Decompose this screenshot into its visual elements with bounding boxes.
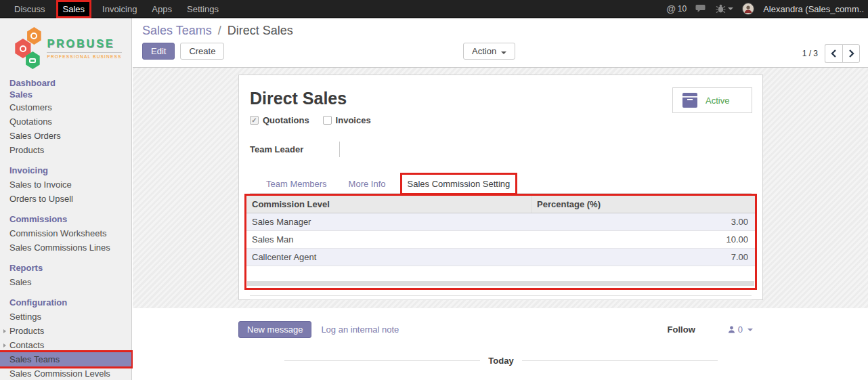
- pager-value: 1 / 3: [802, 49, 818, 58]
- cell-percentage[interactable]: 10.00: [531, 231, 755, 249]
- sidebar-item-commission-worksheets[interactable]: Commission Worksheets: [0, 226, 131, 240]
- brand-logo: PROBUSE PROFESSIONAL BUSINESS: [0, 18, 131, 77]
- sidebar-header-reports: Reports: [0, 261, 131, 275]
- table-empty-row[interactable]: [246, 266, 755, 280]
- log-internal-note-link[interactable]: Log an internal note: [321, 324, 399, 335]
- table-row[interactable]: Sales Man 10.00: [246, 231, 755, 249]
- commission-table-annotation: Commission Level Percentage (%) Sales Ma…: [244, 194, 757, 290]
- user-avatar[interactable]: [742, 3, 754, 15]
- quotations-checkbox[interactable]: [250, 116, 259, 125]
- chat-bubble-icon[interactable]: [695, 4, 707, 14]
- follow-button[interactable]: Follow: [668, 324, 695, 335]
- tab-team-members[interactable]: Team Members: [261, 175, 332, 193]
- table-row[interactable]: Callcenter Agent 7.00: [246, 249, 755, 266]
- sidebar-item-sales-commissions-lines[interactable]: Sales Commissions Lines: [0, 240, 131, 255]
- tab-sales-commission-setting[interactable]: Sales Commission Setting: [402, 175, 516, 193]
- sidebar-header-invoicing: Invoicing: [0, 164, 131, 177]
- topbar-right-tools: @ 10 Alexandra (Sales_comm..: [666, 3, 868, 15]
- pager-previous-button[interactable]: [825, 44, 842, 63]
- sidebar-item-customers[interactable]: Customers: [0, 100, 131, 114]
- cell-level[interactable]: Sales Manager: [246, 213, 531, 231]
- breadcrumb-current: Direct Sales: [227, 24, 293, 37]
- sidebar-item-sales[interactable]: Sales: [0, 89, 131, 100]
- follower-person-icon: [728, 326, 735, 333]
- menu-settings[interactable]: Settings: [179, 1, 226, 17]
- type-checkboxes: Quotations Invoices: [250, 115, 752, 125]
- menu-invoicing[interactable]: Invoicing: [95, 1, 144, 17]
- breadcrumb-separator: /: [218, 24, 221, 37]
- mention-icon: @: [666, 3, 676, 14]
- sidebar-header-configuration: Configuration: [0, 296, 131, 310]
- sidebar-item-label: Products: [9, 326, 44, 336]
- column-percentage[interactable]: Percentage (%): [531, 196, 755, 213]
- sidebar-item-reports-sales[interactable]: Sales: [0, 275, 131, 289]
- sidebar-item-products[interactable]: Products: [0, 143, 131, 157]
- cell-level[interactable]: Sales Man: [246, 231, 531, 249]
- brand-tagline: PROFESSIONAL BUSINESS: [47, 52, 121, 59]
- team-leader-value[interactable]: [340, 142, 752, 157]
- column-commission-level[interactable]: Commission Level: [246, 196, 531, 213]
- sidebar-item-settings[interactable]: Settings: [0, 310, 131, 324]
- app-sidebar: PROBUSE PROFESSIONAL BUSINESS Dashboard …: [0, 18, 132, 380]
- sidebar-item-config-products[interactable]: Products: [0, 324, 131, 338]
- top-navbar: Discuss Sales Invoicing Apps Settings @ …: [0, 0, 868, 18]
- mention-counter[interactable]: @ 10: [666, 3, 687, 14]
- team-leader-label: Team Leader: [250, 142, 340, 157]
- active-label: Active: [706, 96, 729, 106]
- tab-more-info[interactable]: More Info: [343, 175, 391, 193]
- followers-dropdown[interactable]: 0: [728, 324, 753, 335]
- sidebar-item-sales-teams[interactable]: Sales Teams: [0, 352, 131, 366]
- followers-caret-icon: [747, 329, 753, 331]
- table-header-row: Commission Level Percentage (%): [246, 196, 755, 213]
- horizontal-scrollbar[interactable]: [247, 281, 754, 286]
- record-pager: 1 / 3: [802, 44, 860, 63]
- sheet-separator: [250, 299, 752, 300]
- main-content: Sales Teams / Direct Sales Edit Create A…: [133, 18, 868, 380]
- user-menu[interactable]: Alexandra (Sales_comm..: [763, 4, 864, 14]
- breadcrumb: Sales Teams / Direct Sales: [142, 24, 293, 38]
- today-label: Today: [488, 356, 513, 366]
- sidebar-item-dashboard[interactable]: Dashboard: [0, 77, 131, 89]
- quotations-label: Quotations: [263, 115, 309, 125]
- cell-percentage[interactable]: 7.00: [531, 249, 755, 266]
- brand-name: PROBUSE: [47, 38, 114, 50]
- action-dropdown-button[interactable]: Action: [463, 43, 515, 60]
- follower-count: 0: [738, 324, 743, 335]
- menu-discuss[interactable]: Discuss: [7, 1, 53, 17]
- debug-caret-icon: [728, 7, 733, 10]
- cell-percentage[interactable]: 3.00: [531, 213, 755, 231]
- form-sheet: Active Direct Sales Quotations Invoices …: [238, 75, 763, 300]
- form-view-background: Active Direct Sales Quotations Invoices …: [133, 68, 868, 308]
- sidebar-item-config-contacts[interactable]: Contacts: [0, 338, 131, 352]
- debug-bug-icon[interactable]: [716, 4, 733, 14]
- sidebar-item-quotations[interactable]: Quotations: [0, 114, 131, 129]
- sidebar-item-sales-to-invoice[interactable]: Sales to Invoice: [0, 177, 131, 192]
- chatter: New message Log an internal note Follow …: [133, 308, 868, 380]
- expand-caret-icon[interactable]: [3, 343, 6, 347]
- action-label: Action: [472, 46, 496, 56]
- pager-next-button[interactable]: [842, 44, 860, 63]
- menu-sales[interactable]: Sales: [58, 2, 90, 16]
- active-stat-button[interactable]: Active: [672, 87, 752, 113]
- new-message-button[interactable]: New message: [238, 321, 311, 338]
- sidebar-header-commissions: Commissions: [0, 213, 131, 226]
- invoices-checkbox[interactable]: [323, 116, 332, 125]
- expand-caret-icon[interactable]: [3, 329, 6, 333]
- sidebar-item-sales-orders[interactable]: Sales Orders: [0, 129, 131, 143]
- invoices-label: Invoices: [336, 115, 371, 125]
- menu-apps[interactable]: Apps: [144, 1, 179, 17]
- cell-level[interactable]: Callcenter Agent: [246, 249, 531, 266]
- sidebar-item-orders-to-upsell[interactable]: Orders to Upsell: [0, 192, 131, 206]
- sheet-separator: [250, 295, 752, 296]
- create-button[interactable]: Create: [180, 43, 224, 60]
- today-divider: Today: [284, 356, 718, 366]
- table-row[interactable]: Sales Manager 3.00: [246, 213, 755, 231]
- edit-button[interactable]: Edit: [142, 43, 175, 60]
- action-caret-icon: [501, 51, 506, 54]
- sidebar-item-sales-commission-levels[interactable]: Sales Commission Levels: [0, 366, 131, 380]
- commission-table: Commission Level Percentage (%) Sales Ma…: [246, 196, 755, 280]
- brand-hexagons-icon: [9, 27, 45, 69]
- breadcrumb-sales-teams-link[interactable]: Sales Teams: [142, 24, 212, 37]
- chatter-toolbar: New message Log an internal note Follow …: [133, 308, 868, 338]
- archive-box-icon: [682, 93, 697, 108]
